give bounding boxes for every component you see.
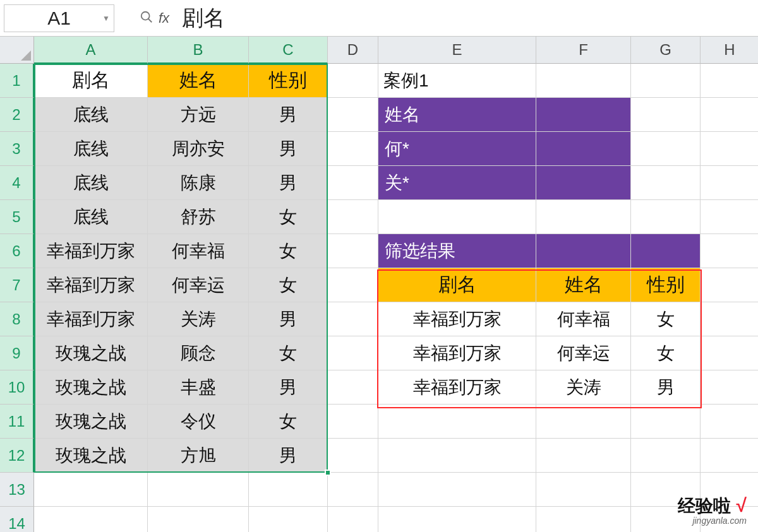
cell-H9[interactable]: [701, 336, 758, 370]
cell-H11[interactable]: [701, 405, 758, 439]
cell-F2[interactable]: [536, 98, 631, 132]
cell-F14[interactable]: [536, 507, 631, 532]
cell-D4[interactable]: [328, 166, 378, 200]
cell-A13[interactable]: [34, 473, 148, 507]
cell-A10[interactable]: 玫瑰之战: [34, 370, 148, 405]
cell-D12[interactable]: [328, 439, 378, 473]
cell-E8[interactable]: 幸福到万家: [378, 302, 536, 336]
cell-D5[interactable]: [328, 200, 378, 234]
cell-F13[interactable]: [536, 473, 631, 507]
cell-E12[interactable]: [378, 439, 536, 473]
cell-E14[interactable]: [378, 507, 536, 532]
cell-A2[interactable]: 底线: [34, 98, 148, 132]
cell-F5[interactable]: [536, 200, 631, 234]
cell-C5[interactable]: 女: [249, 200, 328, 234]
cell-C3[interactable]: 男: [249, 132, 328, 166]
cell-D8[interactable]: [328, 302, 378, 336]
row-header-12[interactable]: 12: [0, 439, 34, 473]
cell-E7[interactable]: 剧名: [378, 268, 536, 302]
cell-D6[interactable]: [328, 234, 378, 268]
cell-G8[interactable]: 女: [631, 302, 701, 336]
cell-F11[interactable]: [536, 405, 631, 439]
column-header-B[interactable]: B: [148, 37, 249, 64]
cell-A4[interactable]: 底线: [34, 166, 148, 200]
column-header-D[interactable]: D: [328, 37, 378, 64]
cell-D10[interactable]: [328, 370, 378, 405]
column-header-C[interactable]: C: [249, 37, 328, 64]
cell-F12[interactable]: [536, 439, 631, 473]
row-header-11[interactable]: 11: [0, 405, 34, 439]
cell-H5[interactable]: [701, 200, 758, 234]
cell-B1[interactable]: 姓名: [148, 64, 249, 98]
fx-icon[interactable]: fx: [159, 10, 169, 27]
cell-G4[interactable]: [631, 166, 701, 200]
cell-G1[interactable]: [631, 64, 701, 98]
cell-B8[interactable]: 关涛: [148, 302, 249, 336]
chevron-down-icon[interactable]: ▼: [102, 14, 110, 23]
cell-H7[interactable]: [701, 268, 758, 302]
cell-E3[interactable]: 何*: [378, 132, 536, 166]
cell-A6[interactable]: 幸福到万家: [34, 234, 148, 268]
cell-E10[interactable]: 幸福到万家: [378, 370, 536, 405]
row-header-6[interactable]: 6: [0, 234, 34, 268]
cell-G10[interactable]: 男: [631, 370, 701, 405]
row-header-1[interactable]: 1: [0, 64, 34, 98]
cell-B4[interactable]: 陈康: [148, 166, 249, 200]
cell-A7[interactable]: 幸福到万家: [34, 268, 148, 302]
column-header-A[interactable]: A: [34, 37, 148, 64]
cell-C8[interactable]: 男: [249, 302, 328, 336]
cell-H4[interactable]: [701, 166, 758, 200]
cell-F4[interactable]: [536, 166, 631, 200]
cell-G9[interactable]: 女: [631, 336, 701, 370]
cell-C4[interactable]: 男: [249, 166, 328, 200]
row-header-13[interactable]: 13: [0, 473, 34, 507]
row-header-3[interactable]: 3: [0, 132, 34, 166]
cell-F10[interactable]: 关涛: [536, 370, 631, 405]
cell-A8[interactable]: 幸福到万家: [34, 302, 148, 336]
cell-B3[interactable]: 周亦安: [148, 132, 249, 166]
search-icon[interactable]: [140, 10, 153, 27]
row-header-4[interactable]: 4: [0, 166, 34, 200]
row-header-14[interactable]: 14: [0, 507, 34, 532]
cell-A3[interactable]: 底线: [34, 132, 148, 166]
cell-A11[interactable]: 玫瑰之战: [34, 405, 148, 439]
cell-B13[interactable]: [148, 473, 249, 507]
cell-E9[interactable]: 幸福到万家: [378, 336, 536, 370]
cell-F6[interactable]: [536, 234, 631, 268]
cell-G11[interactable]: [631, 405, 701, 439]
cell-C7[interactable]: 女: [249, 268, 328, 302]
column-header-G[interactable]: G: [631, 37, 701, 64]
row-header-7[interactable]: 7: [0, 268, 34, 302]
cell-C1[interactable]: 性别: [249, 64, 328, 98]
cell-G12[interactable]: [631, 439, 701, 473]
cell-F3[interactable]: [536, 132, 631, 166]
cell-A12[interactable]: 玫瑰之战: [34, 439, 148, 473]
cell-D14[interactable]: [328, 507, 378, 532]
row-header-5[interactable]: 5: [0, 200, 34, 234]
cell-E1[interactable]: 案例1: [378, 64, 536, 98]
cell-D3[interactable]: [328, 132, 378, 166]
column-header-H[interactable]: H: [701, 37, 758, 64]
cell-H10[interactable]: [701, 370, 758, 405]
cell-C13[interactable]: [249, 473, 328, 507]
cells-area[interactable]: 剧名姓名性别案例1底线方远男姓名底线周亦安男何*底线陈康男关*底线舒苏女幸福到万…: [34, 64, 758, 532]
cell-C10[interactable]: 男: [249, 370, 328, 405]
cell-G3[interactable]: [631, 132, 701, 166]
cell-D11[interactable]: [328, 405, 378, 439]
cell-G6[interactable]: [631, 234, 701, 268]
cell-D1[interactable]: [328, 64, 378, 98]
cell-D9[interactable]: [328, 336, 378, 370]
cell-F1[interactable]: [536, 64, 631, 98]
cell-G2[interactable]: [631, 98, 701, 132]
cell-E13[interactable]: [378, 473, 536, 507]
column-header-F[interactable]: F: [536, 37, 631, 64]
cell-B11[interactable]: 令仪: [148, 405, 249, 439]
cell-B9[interactable]: 顾念: [148, 336, 249, 370]
cell-E4[interactable]: 关*: [378, 166, 536, 200]
cell-C14[interactable]: [249, 507, 328, 532]
cell-B10[interactable]: 丰盛: [148, 370, 249, 405]
cell-G5[interactable]: [631, 200, 701, 234]
cell-C2[interactable]: 男: [249, 98, 328, 132]
cell-B12[interactable]: 方旭: [148, 439, 249, 473]
cell-E5[interactable]: [378, 200, 536, 234]
